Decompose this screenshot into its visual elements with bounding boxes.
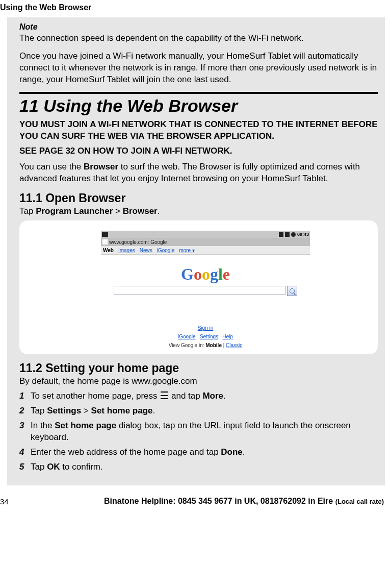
search-button xyxy=(287,286,297,296)
section-divider xyxy=(19,92,378,94)
step-3: 3 In the Set home page dialog box, tap o… xyxy=(19,420,378,444)
url-bar: www.google.com: Google xyxy=(101,238,310,246)
steps-list: 1 To set another home page, press and ta… xyxy=(19,390,378,473)
note-block: Note The connection speed is dependent o… xyxy=(19,22,378,86)
helpline-text: Binatone Helpline: 0845 345 9677 in UK, … xyxy=(104,497,384,506)
google-nav-row: Web Images News iGoogle more ▾ xyxy=(101,246,310,255)
prereq-text-1: YOU MUST JOIN A WI-FI NETWORK THAT IS CO… xyxy=(19,119,378,142)
search-icon xyxy=(290,288,295,293)
search-row xyxy=(114,286,297,296)
menu-icon xyxy=(161,391,168,399)
link-signin: Sign in xyxy=(198,325,214,331)
link-settings: Settings xyxy=(200,334,218,339)
tablet-screen: 09:43 www.google.com: Google Web Images … xyxy=(101,231,310,348)
section-11-2-heading: 11.2 Setting your home page xyxy=(19,361,378,375)
section-11-1-heading: 11.1 Open Browser xyxy=(19,191,378,205)
alarm-icon xyxy=(291,232,296,237)
search-input xyxy=(114,286,285,295)
step-1: 1 To set another home page, press and ta… xyxy=(19,390,378,402)
nav-news: News xyxy=(140,248,152,253)
nav-more: more ▾ xyxy=(179,248,195,253)
content-area: Note The connection speed is dependent o… xyxy=(7,17,385,485)
signal-icon xyxy=(279,232,283,237)
section-11-1-sub: Tap Program Launcher > Browser. xyxy=(19,206,378,216)
chapter-title: 11 Using the Web Browser xyxy=(19,96,378,116)
running-header: Using the Web Browser xyxy=(0,3,385,12)
note-text-2: Once you have joined a Wi-Fi network man… xyxy=(19,51,378,86)
battery-icon xyxy=(285,232,290,237)
link-igoogle: iGoogle xyxy=(178,334,195,339)
google-logo: Google xyxy=(101,265,310,284)
browser-screenshot: 09:43 www.google.com: Google Web Images … xyxy=(19,220,378,354)
section-11-2-sub: By default, the home page is www.google.… xyxy=(19,376,378,386)
url-text: www.google.com: Google xyxy=(109,239,167,245)
nav-igoogle: iGoogle xyxy=(157,248,174,253)
status-bar: 09:43 xyxy=(101,231,310,238)
note-text-1: The connection speed is dependent on the… xyxy=(19,33,378,44)
page-number: 34 xyxy=(0,497,9,506)
link-classic: Classic xyxy=(226,342,242,348)
status-left-icon xyxy=(102,232,108,237)
google-bottom-links: Sign in iGoogle Settings Help View Googl… xyxy=(101,324,310,350)
site-icon xyxy=(102,239,108,244)
step-4: 4 Enter the web address of the home page… xyxy=(19,447,378,458)
step-5: 5 Tap OK to confirm. xyxy=(19,461,378,473)
chapter-intro: You can use the Browser to surf the web.… xyxy=(19,161,378,185)
step-2: 2 Tap Settings > Set home page. xyxy=(19,405,378,417)
nav-web: Web xyxy=(103,248,114,253)
page-footer: 34 Binatone Helpline: 0845 345 9677 in U… xyxy=(0,497,385,506)
status-time: 09:43 xyxy=(297,232,309,237)
nav-images: Images xyxy=(118,248,135,253)
note-label: Note xyxy=(19,22,378,32)
link-help: Help xyxy=(222,334,233,339)
prereq-text-2: SEE PAGE 32 ON HOW TO JOIN A WI-FI NETWO… xyxy=(19,145,378,157)
